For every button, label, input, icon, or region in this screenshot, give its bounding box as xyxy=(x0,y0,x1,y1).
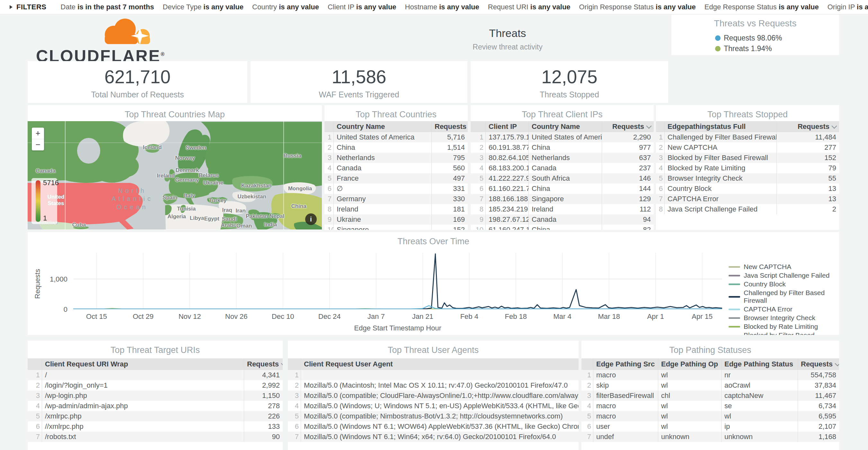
map-label: Libya xyxy=(190,215,204,221)
column-header[interactable]: Country Name xyxy=(528,121,602,132)
map-label: Turkey xyxy=(209,197,227,204)
map-label: Iceland xyxy=(143,144,162,151)
legend-dot-icon xyxy=(715,35,720,41)
map-label: Canada xyxy=(36,168,55,174)
zoom-in-button[interactable]: + xyxy=(32,128,44,139)
table-row: 5 41.222.227.98 South Africa 146 xyxy=(471,173,654,183)
legend-item: Java Script Challenge Failed xyxy=(728,272,839,279)
map-label: Nepal xyxy=(270,213,284,219)
filter-item[interactable]: Date is in the past 7 months xyxy=(61,3,154,11)
x-tick: Feb 18 xyxy=(505,312,527,321)
filter-item[interactable]: Origin IP is any value xyxy=(828,3,868,11)
table-row: 6 user wl ip 2,107 xyxy=(582,421,839,432)
top-pathing-statuses-table: Edge Pathing Src Edge Pathing Op Edge Pa… xyxy=(582,358,839,442)
filter-item[interactable]: Origin Response Status is any value xyxy=(579,3,696,11)
x-tick: Jan 7 xyxy=(368,312,385,321)
x-tick: Apr 15 xyxy=(692,312,713,321)
column-header[interactable]: Edgepathingstatus Full xyxy=(664,121,776,132)
column-header[interactable]: Edge Pathing Status xyxy=(721,358,798,370)
filter-items: Date is in the past 7 months Device Type… xyxy=(61,3,868,11)
legend-item: CAPTCHA Error xyxy=(728,305,839,313)
table-row: 4 Mozilla/5.0 (Windows; U; Windows NT 5.… xyxy=(288,401,579,411)
x-tick: Oct 15 xyxy=(86,312,107,321)
top-threat-target-uris-table: Client Request URI Wrap Requests 1 / 4,3… xyxy=(28,358,283,442)
threats-vs-requests-card: Threats vs Requests Requests 98.06% Thre… xyxy=(672,14,839,55)
x-tick: Nov 26 xyxy=(225,312,248,321)
expand-triangle-icon xyxy=(10,5,12,9)
filter-item[interactable]: Country is any value xyxy=(252,3,319,11)
x-tick: Mar 18 xyxy=(598,312,620,321)
map-label: North xyxy=(118,187,147,194)
legend-item: Threats 1.94% xyxy=(715,44,796,53)
time-series-chart xyxy=(73,253,722,309)
kpi-value: 11,586 xyxy=(251,66,467,87)
legend-line-icon xyxy=(728,296,740,298)
filter-item[interactable]: Client IP is any value xyxy=(328,3,396,11)
column-header[interactable]: Client Request URI Wrap xyxy=(42,358,244,370)
registered-mark: ® xyxy=(161,52,165,57)
table-row: 2 60.191.38.77 China 977 xyxy=(471,142,654,153)
map-label: China xyxy=(291,203,306,210)
column-header-sort[interactable]: Requests xyxy=(431,121,468,132)
card-title: Top Threat Countries Map xyxy=(28,105,322,120)
sort-caret-icon xyxy=(281,361,283,366)
filters-label: FILTERS xyxy=(17,3,46,11)
table-row: 6 //xmlrpc.php 133 xyxy=(28,421,283,432)
zoom-out-button[interactable]: − xyxy=(32,139,44,150)
top-threats-stopped-table: Edgepathingstatus Full Requests 1 Challe… xyxy=(656,121,839,214)
column-header-sort[interactable]: Requests xyxy=(244,358,283,370)
column-header[interactable]: Client IP xyxy=(486,121,528,132)
column-header-sort[interactable]: Requests xyxy=(776,121,839,132)
map-label: Italy xyxy=(184,192,195,199)
filters-toggle[interactable]: FILTERS xyxy=(10,3,46,11)
table-row: 6 ∅ 331 xyxy=(324,183,468,194)
legend-item: Browser Integrity Check xyxy=(728,314,839,322)
filter-bar: FILTERS Date is in the past 7 months Dev… xyxy=(0,0,868,14)
filter-item[interactable]: Device Type is any value xyxy=(163,3,244,11)
map-info-button[interactable]: i xyxy=(305,213,317,225)
card-title: Threats Over Time xyxy=(28,232,839,246)
kpi-label: WAF Events Triggered xyxy=(251,90,467,99)
filter-item[interactable]: Hostname is any value xyxy=(405,3,479,11)
legend-max-value: 5716 xyxy=(43,179,59,187)
map-label: Norway xyxy=(175,155,195,161)
table-row: 5 Browser Integrity Check 55 xyxy=(656,173,839,183)
filter-item[interactable]: Edge Response Status is any value xyxy=(705,3,819,11)
table-row: 3 filterBasedFirewall chl captchaNew 11,… xyxy=(582,391,839,401)
legend-line-icon xyxy=(728,326,740,328)
table-row: 10 Singapore 152 xyxy=(324,225,468,230)
kpi-value: 621,710 xyxy=(28,66,247,87)
table-row: 4 macro wl se 6,734 xyxy=(582,401,839,411)
cloudflare-cloud-icon xyxy=(96,17,155,46)
column-header[interactable]: Edge Pathing Src xyxy=(593,358,658,370)
card-title: Top Threat Countries xyxy=(324,105,468,120)
column-header-sort[interactable]: Requests xyxy=(798,358,839,370)
top-threat-user-agents-card: Top Threat User Agents Client Request Us… xyxy=(288,341,579,450)
table-row: 7 Germany 330 xyxy=(324,194,468,204)
filter-item[interactable]: Request URI is any value xyxy=(488,3,570,11)
table-row: 4 Canada 560 xyxy=(324,163,468,173)
table-row: 3 Blocked by Filter Based Firewall 152 xyxy=(656,153,839,163)
table-row: 10 61.160.247.127 China 82 xyxy=(471,225,654,230)
table-header: Edge Pathing Src Edge Pathing Op Edge Pa… xyxy=(582,358,839,370)
kpi-label: Threats Stopped xyxy=(471,90,668,99)
column-header[interactable]: Edge Pathing Op xyxy=(658,358,721,370)
table-body: 1 / 4,341 2 /login/?login_only=1 2,992 3… xyxy=(28,370,283,442)
world-map[interactable]: CanadaUnited StatesMexicoCubaIcelandIrel… xyxy=(28,121,322,230)
y-tick: 1,000 xyxy=(32,275,67,283)
threats-over-time-card: Threats Over Time Requests 1,000 0 Oct 1… xyxy=(28,232,839,335)
table-row: 2 New CAPTCHA 277 xyxy=(656,142,839,153)
column-header[interactable]: Country Name xyxy=(334,121,431,132)
map-label: Denmark xyxy=(176,167,199,174)
legend-item: New CAPTCHA xyxy=(728,263,839,271)
map-label: Cuba xyxy=(72,222,86,228)
x-axis-label: Edge Start Timestamp Hour xyxy=(73,324,722,332)
column-header[interactable]: Client Request User Agent xyxy=(301,358,579,370)
table-row: 2 China 1,514 xyxy=(324,142,468,153)
map-label: Oman xyxy=(237,223,252,229)
top-threat-user-agents-table: Client Request User Agent 1 2 Mozilla/5.… xyxy=(288,358,579,442)
x-tick: Oct 29 xyxy=(133,312,154,321)
map-label: Kazakhstan xyxy=(241,183,272,189)
x-tick: Jan 21 xyxy=(412,312,433,321)
column-header-sort[interactable]: Requests xyxy=(602,121,654,132)
